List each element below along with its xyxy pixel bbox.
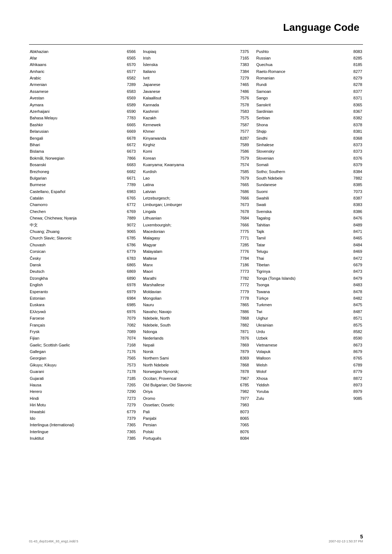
language-code: 8367 [341, 108, 363, 115]
language-name: Gujarati [29, 375, 118, 382]
list-item: Gikuyu; Kikuyu7573 [29, 362, 136, 368]
language-name: Ndebele, North [142, 315, 232, 322]
language-code: 8076 [232, 428, 250, 435]
language-name: Estonian [29, 295, 118, 301]
language-name: Tigrinya [256, 268, 341, 275]
list-item: Twi8487 [256, 308, 363, 315]
language-code: 8472 [341, 255, 363, 262]
list-item: Occitan; Provencal7967 [142, 375, 250, 382]
list-item: Sindhi8368 [256, 135, 363, 141]
language-code: 6779 [118, 409, 136, 415]
list-item: Chamorro6772 [29, 202, 136, 208]
list-item: North Ndebele7868 [142, 362, 250, 368]
list-item: English6978 [29, 282, 136, 288]
language-code: 7089 [118, 328, 136, 335]
language-name: Bulgarian [29, 175, 118, 181]
language-code: 6978 [118, 282, 136, 288]
language-code: 8065 [232, 415, 250, 422]
language-name: Xhosa [256, 375, 341, 382]
language-name: Somali [256, 162, 341, 168]
language-code: 6665 [118, 122, 136, 128]
list-item: Česky6783 [29, 255, 136, 262]
language-name: Limburgan; Limburger [142, 202, 232, 208]
list-item: Persian7065 [142, 422, 250, 428]
language-code: 9072 [118, 222, 136, 228]
language-code: 7185 [118, 375, 136, 382]
list-item: Swati8383 [256, 202, 363, 208]
list-item: Sinhalese8373 [256, 141, 363, 148]
list-item: Walloon8765 [256, 355, 363, 362]
language-name: Frysk [29, 328, 118, 335]
list-item: Inuktitut7385 [29, 435, 136, 442]
language-code: 7773 [232, 268, 250, 275]
language-name: Nederlands [142, 335, 232, 342]
language-code: 8285 [341, 55, 363, 61]
language-name: Chuang; Zhuang [29, 229, 118, 235]
language-code: 8484 [341, 242, 363, 248]
language-name: Pushto [256, 48, 341, 55]
list-item: Volapuk8679 [256, 349, 363, 355]
language-name: Macedonian [142, 229, 232, 235]
list-item: Bulgarian6671 [29, 175, 136, 181]
list-item: Samoan8377 [256, 88, 363, 95]
language-name: Tswana [256, 288, 341, 295]
list-item: Arabic6582 [29, 75, 136, 82]
language-name: Dansk [29, 262, 118, 268]
language-code: 8489 [341, 222, 363, 228]
language-code: 8483 [341, 282, 363, 288]
language-name: Interlingue [29, 428, 118, 435]
list-item: Kuanyama; Kwanyama7574 [142, 162, 250, 168]
language-name: Abkhazian [29, 48, 118, 55]
language-code: 7686 [232, 188, 250, 195]
language-code: 7882 [341, 175, 363, 181]
list-item: Bokmål, Norwegian7866 [29, 155, 136, 161]
language-code: 8571 [341, 315, 363, 322]
list-item: 中文9072 [29, 222, 136, 228]
language-code: 6785 [118, 235, 136, 242]
language-name: Yiddish [256, 382, 341, 389]
language-name: Oromo [142, 395, 232, 402]
language-name: Uzbek [256, 335, 341, 342]
language-name: Türkçe [256, 295, 341, 301]
language-name: Lithuanian [142, 215, 232, 222]
language-code: 7666 [232, 222, 250, 228]
language-name: Sanskrit [256, 102, 341, 108]
language-name: Brezhoneg [29, 168, 118, 175]
language-name: Tatar [256, 242, 341, 248]
list-item: Amharic6577 [29, 68, 136, 75]
language-name: Norwegian Nynorsk; [142, 369, 232, 375]
language-code: 8287 [232, 135, 250, 141]
language-name: Samoan [256, 88, 341, 95]
language-name: Persian [142, 422, 232, 428]
language-code: 6865 [118, 262, 136, 268]
language-name: Khmer [142, 128, 232, 135]
language-code: 8369 [232, 355, 250, 362]
language-name: Hausa [29, 382, 118, 389]
language-name: Kalaallisut [142, 95, 232, 102]
list-item: Corsican6779 [29, 249, 136, 255]
language-code: 6769 [118, 208, 136, 215]
language-code: 7776 [232, 249, 250, 255]
language-name: Bahasa Melayu [29, 115, 118, 122]
language-name: Tibetan [256, 262, 341, 268]
language-name: Shona [256, 122, 341, 128]
list-item: Nauru7865 [142, 302, 250, 308]
language-name: Bihari [29, 141, 118, 148]
language-code: 7977 [232, 395, 250, 402]
language-code: 7285 [232, 242, 250, 248]
language-name: Panjabi [142, 415, 232, 422]
language-name: Letzeburgesch; [142, 195, 232, 202]
language-name: Tamil [256, 235, 341, 242]
footer-left: 01-43_dvp3146K_93_eng1.indd 5 [29, 539, 78, 543]
language-code: 8377 [341, 88, 363, 95]
language-name: Kuanyama; Kwanyama [142, 162, 232, 168]
list-item: Guarani7178 [29, 369, 136, 375]
list-item: Türkçe8482 [256, 295, 363, 301]
language-name: Guarani [29, 369, 118, 375]
list-item: Sanskrit8365 [256, 102, 363, 108]
language-code: 7678 [232, 208, 250, 215]
language-code: 6589 [118, 102, 136, 108]
language-name: Assamese [29, 88, 118, 95]
language-name: Sango [256, 95, 341, 102]
list-item: Assamese6583 [29, 88, 136, 95]
